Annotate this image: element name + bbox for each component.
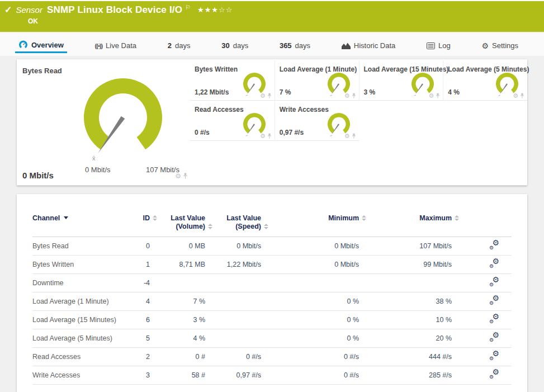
gauge-write-accesses[interactable]: Write Accesses 0,97 #/s ⚙ <box>275 101 359 141</box>
table-row[interactable]: Bytes Written 1 8,71 MB 1,22 Mbit/s 0 Mb… <box>32 256 512 274</box>
channel-settings-gears-icon[interactable]: ⚙⚙ <box>490 277 499 287</box>
gauge-current-value: 0,97 #/s <box>280 129 304 136</box>
channel-settings-gears-icon[interactable]: ⚙⚙ <box>490 370 499 379</box>
gauge-settings-gear-icon[interactable]: ⚙ <box>175 173 181 180</box>
channel-settings-gears-icon[interactable]: ⚙⚙ <box>490 333 499 342</box>
last-value-speed <box>205 292 261 311</box>
gauge-pin-icon[interactable] <box>436 93 440 99</box>
gauge-icon <box>18 40 28 50</box>
channel-settings-gears-icon[interactable]: ⚙⚙ <box>490 296 499 305</box>
channel-id: 1 <box>122 256 150 274</box>
column-header-maximum[interactable]: Maximum <box>359 214 452 237</box>
gear-icon: ⚙ <box>481 42 489 50</box>
gauge-load-average-5-minutes[interactable]: Load Average (5 Minutes) 4 % ⚙ <box>443 60 527 101</box>
channel-settings-gears-icon[interactable]: ⚙⚙ <box>490 314 499 324</box>
tab-settings[interactable]: ⚙ Settings <box>478 38 522 53</box>
column-header-last-value-speed[interactable]: Last Value(Speed) <box>205 214 261 237</box>
last-value-volume: 0 MB <box>150 237 205 256</box>
sensor-tab-bar: Overview ((•)) Live Data 2 days 30 days … <box>0 33 544 56</box>
table-row[interactable]: Write Accesses 3 58 # 0,97 #/s 0 #/s 285… <box>32 366 512 385</box>
gauge-load-average-15-minutes[interactable]: Load Average (15 Minutes) 3 % ⚙ <box>359 60 443 101</box>
last-value-speed: 0 Mbit/s <box>205 237 261 256</box>
table-row[interactable]: Load Average (15 Minutes) 6 3 % 0 % 10 %… <box>32 311 512 329</box>
gauge-settings-gear-icon[interactable]: ⚙ <box>344 93 350 99</box>
last-value-speed: 1,22 Mbit/s <box>205 256 261 274</box>
average-marker: x̄ <box>92 155 96 162</box>
tab-historic-data[interactable]: Historic Data <box>338 38 399 53</box>
gauge-settings-gear-icon[interactable]: ⚙ <box>260 133 266 139</box>
tab-live-data-label: Live Data <box>106 41 136 50</box>
tab-settings-label: Settings <box>492 41 518 50</box>
gauge-pin-icon[interactable] <box>520 93 524 99</box>
column-header-channel[interactable]: Channel <box>32 214 122 237</box>
gauge-settings-gear-icon[interactable]: ⚙ <box>344 133 350 139</box>
table-row[interactable]: Read Accesses 2 0 # 0 #/s 0 #/s 444 #/s … <box>32 348 512 366</box>
tab-2-days[interactable]: 2 days <box>164 38 194 53</box>
sensor-header: ✓ Sensor SNMP Linux Block Device I/O ⚐ ★… <box>0 0 544 32</box>
gauge-pin-icon[interactable] <box>183 173 188 180</box>
sensor-title: SNMP Linux Block Device I/O <box>47 4 182 16</box>
table-row[interactable]: Load Average (5 Minutes) 5 4 % 0 % 20 % … <box>32 329 512 348</box>
table-row[interactable]: Load Average (1 Minute) 4 7 % 0 % 38 % ⚙… <box>32 292 512 311</box>
gauges-panel: Bytes Read x̄ 0 Mbit/s 107 Mbit/s 0 Mbit… <box>17 59 527 186</box>
minimum-value: 0 % <box>261 329 359 348</box>
area-chart-icon <box>342 42 351 49</box>
gauge-pin-icon[interactable] <box>267 93 272 99</box>
tab-365-days[interactable]: 365 days <box>276 38 314 53</box>
channel-id: 3 <box>122 366 150 385</box>
gauge-settings-gear-icon[interactable]: ⚙ <box>513 93 518 99</box>
gauge-scale-min: 0 Mbit/s <box>85 166 111 174</box>
tab-30-days-number: 30 <box>221 41 229 50</box>
channel-name: Read Accesses <box>32 348 122 366</box>
maximum-value: 38 % <box>359 292 452 311</box>
last-value-volume <box>150 274 205 292</box>
table-header-row: Channel ID Last Value(Volume) Last Value… <box>32 214 512 237</box>
last-value-speed <box>205 311 261 329</box>
maximum-value: 10 % <box>359 311 452 329</box>
channel-settings-gears-icon[interactable]: ⚙⚙ <box>490 351 499 361</box>
stars-filled[interactable]: ★★★ <box>197 6 219 14</box>
column-header-last-value-volume[interactable]: Last Value(Volume) <box>150 214 205 237</box>
channel-id: 0 <box>122 237 150 256</box>
stars-empty[interactable]: ☆☆ <box>219 6 233 14</box>
table-row[interactable]: Bytes Read 0 0 MB 0 Mbit/s 0 Mbit/s 107 … <box>32 237 512 256</box>
tab-live-data[interactable]: ((•)) Live Data <box>92 38 140 53</box>
small-gauges-grid: Bytes Written 1,22 Mbit/s ⚙ Load Average… <box>190 60 527 141</box>
gauge-bytes-written[interactable]: Bytes Written 1,22 Mbit/s ⚙ <box>190 60 275 101</box>
flag-icon[interactable]: ⚐ <box>185 4 191 11</box>
tab-30-days[interactable]: 30 days <box>218 38 252 53</box>
tab-overview[interactable]: Overview <box>15 38 67 53</box>
column-header-actions <box>452 214 512 237</box>
channels-table-panel: Channel ID Last Value(Volume) Last Value… <box>17 194 527 392</box>
gauge-bytes-read[interactable]: Bytes Read x̄ 0 Mbit/s 107 Mbit/s 0 Mbit… <box>17 59 190 185</box>
gauge-title: Bytes Written <box>195 65 238 73</box>
gauge-settings-gear-icon[interactable]: ⚙ <box>428 93 434 99</box>
gauge-read-accesses[interactable]: Read Accesses 0 #/s ⚙ <box>190 101 275 141</box>
gauge-pin-icon[interactable] <box>267 133 272 139</box>
gauge-load-average-1-minute[interactable]: Load Average (1 Minute) 7 % ⚙ <box>275 60 359 101</box>
column-header-minimum[interactable]: Minimum <box>261 214 359 237</box>
priority-stars[interactable]: ★★★☆☆ <box>197 6 233 14</box>
log-list-icon <box>427 42 435 49</box>
table-row[interactable]: Downtime -4 ⚙⚙ <box>32 274 512 292</box>
last-value-volume: 0 # <box>150 348 205 366</box>
gauge-current-value: 0 Mbit/s <box>22 171 54 180</box>
gauge-current-value: 0 #/s <box>195 129 210 136</box>
broadcast-icon: ((•)) <box>95 42 103 49</box>
gauge-current-value: 3 % <box>364 88 376 96</box>
gauge-settings-gear-icon[interactable]: ⚙ <box>260 93 266 99</box>
gauge-pin-icon[interactable] <box>352 133 356 139</box>
last-value-volume: 7 % <box>150 292 205 311</box>
tab-historic-data-label: Historic Data <box>354 41 395 50</box>
channel-id: 4 <box>122 292 150 311</box>
channel-settings-gears-icon[interactable]: ⚙⚙ <box>490 240 499 250</box>
channel-settings-gears-icon[interactable]: ⚙⚙ <box>490 259 499 268</box>
channel-name: Load Average (1 Minute) <box>32 292 122 311</box>
sort-desc-icon <box>64 216 68 219</box>
tab-log[interactable]: Log <box>423 38 454 53</box>
maximum-value: 285 #/s <box>359 366 452 385</box>
column-header-id[interactable]: ID <box>122 214 150 237</box>
gauge-title: Bytes Read <box>22 67 62 75</box>
tab-overview-label: Overview <box>31 41 64 49</box>
gauge-pin-icon[interactable] <box>352 93 356 99</box>
